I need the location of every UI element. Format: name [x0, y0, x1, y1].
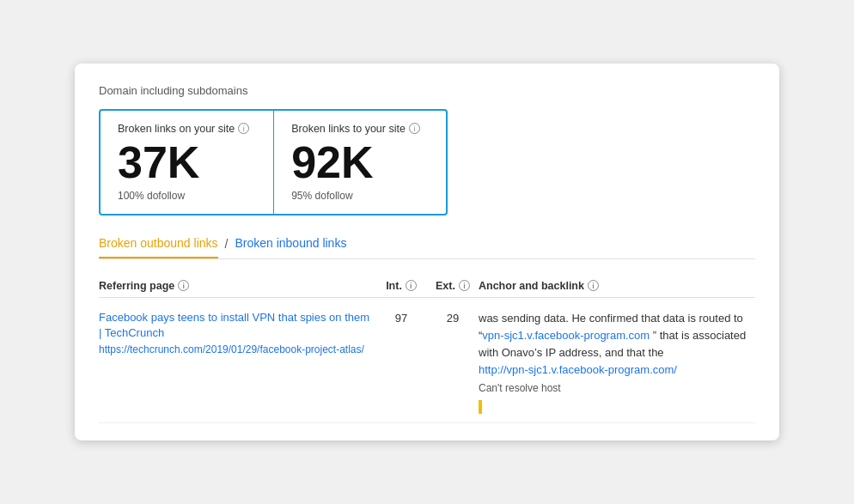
page-url-link[interactable]: https://techcrunch.com/2019/01/29/facebo…	[99, 343, 375, 357]
th-int-icon[interactable]: i	[406, 280, 417, 291]
metric-value-inbound: 92K	[291, 140, 422, 185]
anchor-link2[interactable]: http://vpn-sjc1.v.facebook-program.com/	[479, 363, 677, 376]
metric-sub-outbound: 100% dofollow	[118, 190, 249, 202]
th-anchor: Anchor and backlink i	[479, 280, 755, 292]
table-row: Facebook pays teens to install VPN that …	[99, 298, 755, 423]
yellow-bar-indicator	[479, 400, 482, 414]
tab-broken-inbound[interactable]: Broken inbound links	[235, 236, 346, 258]
table-header: Referring page i Int. i Ext. i Anchor an…	[99, 275, 755, 298]
metric-info-icon-outbound[interactable]: i	[238, 123, 249, 134]
metric-title-outbound: Broken links on your site i	[118, 123, 249, 135]
page-title-link[interactable]: Facebook pays teens to install VPN that …	[99, 310, 375, 341]
th-referring-page-icon[interactable]: i	[178, 280, 189, 291]
th-ext: Ext. i	[427, 280, 479, 292]
metric-title-outbound-text: Broken links on your site	[118, 123, 235, 135]
cell-referring-page: Facebook pays teens to install VPN that …	[99, 310, 375, 357]
cell-ext: 29	[427, 310, 479, 325]
cant-resolve-text: Can't resolve host	[479, 380, 755, 397]
metric-title-inbound-text: Broken links to your site	[291, 123, 406, 135]
th-int-label: Int.	[386, 280, 402, 292]
metrics-row: Broken links on your site i 37K 100% dof…	[99, 109, 755, 216]
anchor-link1[interactable]: vpn-sjc1.v.facebook-program.com	[482, 329, 650, 342]
cell-anchor: was sending data. He confirmed that data…	[479, 310, 755, 414]
metric-boxes: Broken links on your site i 37K 100% dof…	[99, 109, 448, 216]
th-referring-page-label: Referring page	[99, 280, 174, 292]
metric-info-icon-inbound[interactable]: i	[409, 123, 420, 134]
metric-title-inbound: Broken links to your site i	[291, 123, 422, 135]
th-referring-page: Referring page i	[99, 280, 375, 292]
domain-label: Domain including subdomains	[99, 84, 755, 97]
tab-divider: /	[225, 237, 229, 258]
metric-sub-inbound: 95% dofollow	[291, 190, 422, 202]
tab-broken-outbound[interactable]: Broken outbound links	[99, 236, 218, 258]
th-ext-label: Ext.	[436, 280, 455, 292]
th-anchor-label: Anchor and backlink	[479, 280, 584, 292]
metric-box-inbound: Broken links to your site i 92K 95% dofo…	[274, 111, 446, 214]
th-ext-icon[interactable]: i	[459, 280, 470, 291]
th-anchor-icon[interactable]: i	[588, 280, 599, 291]
th-int: Int. i	[375, 280, 427, 292]
metric-box-outbound: Broken links on your site i 37K 100% dof…	[101, 111, 274, 214]
cell-int: 97	[375, 310, 427, 325]
main-card: Domain including subdomains Broken links…	[75, 64, 779, 440]
tabs-row: Broken outbound links / Broken inbound l…	[99, 236, 755, 259]
metric-value-outbound: 37K	[118, 140, 249, 185]
